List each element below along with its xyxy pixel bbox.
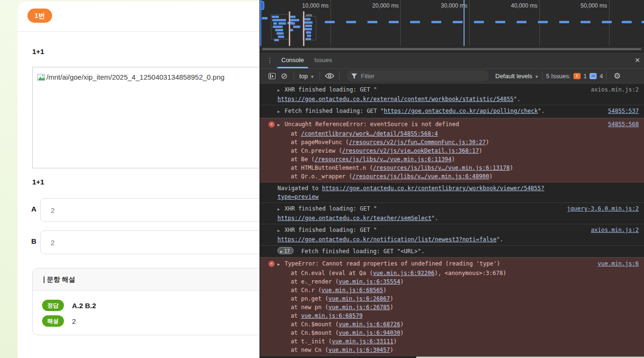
source-location[interactable]: jquery-3.6.0.min.js:2 xyxy=(567,204,639,213)
console-link[interactable]: /contentlibrary/work…/detail/54855:568:4 xyxy=(301,130,438,137)
kebab-menu-icon[interactable]: ⋮ xyxy=(267,56,276,64)
timeline-network-bar xyxy=(272,16,279,18)
console-message: ▶XHR finished loading: GET "https://goe.… xyxy=(260,203,644,224)
performance-timeline[interactable]: 10,000 ms20,000 ms30,000 ms40,000 ms50,0… xyxy=(260,0,644,46)
tab-issues[interactable]: Issues xyxy=(309,52,338,68)
console-link[interactable]: vue.min.js:6:68579 xyxy=(301,312,363,319)
timeline-heartbeat-bar xyxy=(431,21,441,23)
timeline-heartbeat-bar xyxy=(517,21,527,23)
console-link[interactable]: vue.min.js:6:26785 xyxy=(328,304,390,311)
timeline-cursor[interactable] xyxy=(464,0,465,46)
group-count-badge[interactable]: ▶17 xyxy=(277,247,294,254)
explanation-card: | 문항 해설 정답 A.2 B.2 해설 2 xyxy=(32,268,259,335)
timeline-heartbeat-bar xyxy=(559,21,569,23)
console-link[interactable]: vue.min.js:6:30457 xyxy=(328,347,390,353)
timeline-network-bar xyxy=(278,36,284,38)
explanation-badge: 해설 xyxy=(42,315,64,327)
expand-arrow-icon[interactable]: ▶ xyxy=(277,227,285,235)
expand-arrow-icon[interactable]: ▶ xyxy=(277,108,285,116)
console-link[interactable]: vue.min.js:6:68565 xyxy=(322,287,383,294)
console-link[interactable]: vue.min.js:6:94030 xyxy=(339,330,400,336)
timeline-tick-label: 10,000 ms xyxy=(302,2,329,9)
console-text: at t._init ( xyxy=(291,338,332,345)
console-message-line: at e._render (vue.min.js:6:35554) xyxy=(277,277,578,286)
console-message-line: at new Cn (vue.min.js:6:30457) xyxy=(277,346,578,354)
timeline-tick-label: 50,000 ms xyxy=(581,2,607,9)
workbook-page: 1번 1+1 /mnt/ai/goe/xip_item/2025_4_12504… xyxy=(18,1,259,358)
console-link[interactable]: vue.min.js:6:33111 xyxy=(332,338,394,345)
log-levels-dropdown[interactable]: Default levels▼ xyxy=(495,73,539,80)
console-text: at Qr.o._wrapper ( xyxy=(291,173,352,180)
issue-error-count: 1 xyxy=(583,73,587,80)
timeline-drag-handle-icon[interactable] xyxy=(260,1,264,10)
console-link[interactable]: https://goe.ontactedu.co.kr/external/con… xyxy=(277,96,514,102)
close-devtools-icon[interactable]: ✕ xyxy=(635,52,640,68)
issue-info-icon xyxy=(590,73,597,79)
timeline-frame-marker xyxy=(289,11,290,46)
timeline-heartbeat-bar xyxy=(622,21,632,23)
clear-console-icon[interactable]: ⊘ xyxy=(278,70,290,82)
answer-input-b[interactable] xyxy=(40,230,259,254)
source-location[interactable]: vue.min.js:6 xyxy=(598,259,639,268)
console-message-line: ▶XHR finished loading: GET " xyxy=(277,85,578,95)
source-location[interactable]: 54855:568 xyxy=(608,120,639,129)
timeline-network-bar xyxy=(307,35,311,37)
console-link[interactable]: /resources/js/libs/v…/vue.min.js:6:13178 xyxy=(373,165,510,171)
console-message: ▶17Fetch finished loading: GET "<URL>". xyxy=(260,246,644,257)
console-message-line: ▶17Fetch finished loading: GET "<URL>". xyxy=(277,247,578,256)
timeline-heartbeat-bar xyxy=(581,21,590,23)
console-link[interactable]: https://goe.ontactedu.co.kr/api/polling/… xyxy=(384,108,538,114)
expand-arrow-icon[interactable]: ▶ xyxy=(277,86,285,95)
source-location[interactable]: axios.min.js:2 xyxy=(591,226,639,234)
devtools-tabbar: ⋮ Console Issues ✕ xyxy=(260,52,644,68)
timeline-network-bar xyxy=(306,31,311,34)
console-link[interactable]: vue.min.js:6:26867 xyxy=(328,295,390,302)
console-text: ) xyxy=(400,321,403,328)
console-text: XHR finished loading: GET " xyxy=(285,227,377,233)
live-expression-eye-icon[interactable] xyxy=(323,70,336,82)
timeline-gridline xyxy=(469,0,470,46)
console-link[interactable]: vue.min.js:6:92206 xyxy=(373,270,434,276)
console-link[interactable]: /resources/v2/js/fun…CommonFunc.js:30:27 xyxy=(349,139,486,146)
timeline-heartbeat-bar xyxy=(538,21,548,23)
expand-arrow-icon[interactable]: ▶ xyxy=(277,260,285,269)
timeline-tick-label: 20,000 ms xyxy=(372,2,399,9)
issues-summary[interactable]: 5 Issues: ! 1 4 xyxy=(546,73,603,80)
timeline-scrollbar[interactable] xyxy=(260,46,644,52)
console-text: Fetch finished loading: GET "<URL>". xyxy=(301,248,424,255)
source-location[interactable]: 54855:537 xyxy=(608,107,639,115)
timeline-scrollbar-thumb[interactable] xyxy=(262,48,641,50)
timeline-network-bar xyxy=(304,28,312,30)
source-location: axios.min.js:2 xyxy=(591,85,639,94)
console-link[interactable]: https://goe.ontactedu.co.kr/notification… xyxy=(277,236,496,243)
console-link[interactable]: vue.min.js:6:68726 xyxy=(339,321,400,328)
console-link[interactable]: https://goe.ontactedu.co.kr/teacher/semS… xyxy=(277,215,431,221)
console-link[interactable]: /resources/v2/js/vie…ookDetail.js:368:17 xyxy=(342,147,479,154)
timeline-task-bar xyxy=(306,14,312,17)
console-message-line: at /contentlibrary/work…/detail/54855:56… xyxy=(277,129,578,138)
expand-arrow-icon[interactable]: ▶ xyxy=(277,205,285,214)
console-text: at Cn.$mount ( xyxy=(291,321,339,328)
console-link[interactable]: /resources/js/libs/v…/vue.min.js:6:48900 xyxy=(352,173,489,180)
answer-value: A.2 B.2 xyxy=(72,302,96,310)
console-message: ▶Fetch finished loading: GET "https://go… xyxy=(260,105,644,118)
console-message-line: ▶TypeError: Cannot read properties of un… xyxy=(277,259,578,269)
timeline-heartbeat-bar xyxy=(474,21,484,23)
context-selector[interactable]: top▼ xyxy=(297,73,316,80)
console-link[interactable]: /resources/js/libs/v…/vue.min.js:6:11394 xyxy=(315,156,452,163)
console-message-line: at Cn.eval (eval at Qa (vue.min.js:6:922… xyxy=(277,269,578,277)
answer-input-a[interactable] xyxy=(40,198,259,222)
settings-gear-icon[interactable]: ⚙ xyxy=(611,70,623,82)
question-text-2: 1+1 xyxy=(32,178,44,186)
console-message-line: https://goe.ontactedu.co.kr/notification… xyxy=(277,235,578,244)
timeline-network-bar xyxy=(305,38,311,40)
console-text: at pageMoveFunc ( xyxy=(291,139,349,146)
console-link[interactable]: vue.min.js:6:35554 xyxy=(339,278,400,285)
tab-console[interactable]: Console xyxy=(276,52,309,68)
timeline-network-bar xyxy=(291,22,295,25)
show-console-sidebar-icon[interactable] xyxy=(266,70,278,82)
timeline-heartbeat-bar xyxy=(642,21,644,23)
filter-input[interactable] xyxy=(361,73,484,80)
expand-arrow-icon[interactable]: ▶ xyxy=(277,121,285,129)
filter-box[interactable] xyxy=(347,70,489,82)
